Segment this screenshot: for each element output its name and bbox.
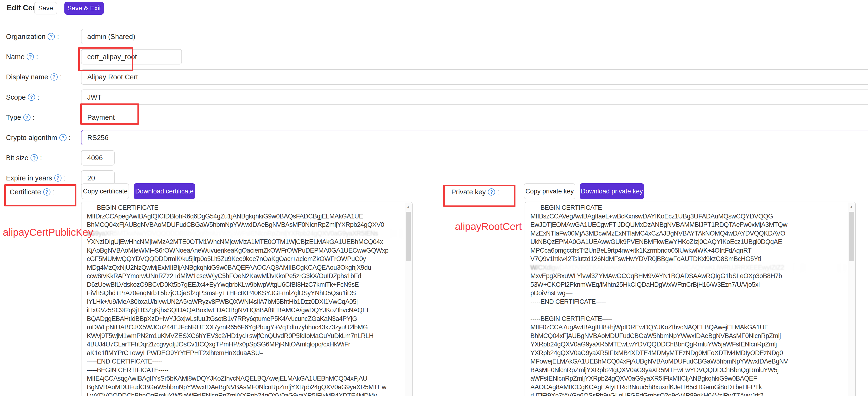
- cert-line: V7Q9v1htkv42Tslutzd126NdMFswHwYDVR0jBBgw…: [530, 255, 847, 263]
- certificate-label-text: Certificate: [10, 188, 41, 196]
- cert-line: BhMCQ04xFjAUBgNVBAoMDUFudCBGaW5hbmNpYWwx…: [530, 332, 847, 340]
- help-icon[interactable]: ?: [31, 154, 38, 162]
- cert-line: IYLHk+/u9/MeA80bxaU/bIvwUN2A5/aWRyzv8FWB…: [87, 298, 403, 306]
- form-row-crypto-algorithm: Crypto algorithm ? : RS256: [0, 130, 868, 145]
- scrollbar-thumb[interactable]: [406, 212, 411, 261]
- label-colon: :: [33, 114, 35, 121]
- organization-input[interactable]: admin (Shared): [81, 29, 868, 44]
- crypto-algorithm-input[interactable]: RS256: [81, 130, 868, 145]
- download-private-key-button[interactable]: Download private key: [580, 183, 644, 199]
- cert-line: -----END CERTIFICATE-----: [530, 298, 847, 306]
- cert-line: FiVhSQhd+PrAz0enqNrbT5b7jCOjeSf2qP3msFy+…: [87, 289, 403, 298]
- save-button[interactable]: Save: [34, 2, 57, 15]
- cert-line: pDoiVhsLwg==: [530, 289, 847, 298]
- bit-size-input[interactable]: 4096: [81, 150, 115, 166]
- bit-size-label-text: Bit size: [6, 154, 28, 162]
- form-row-type: Type ? : Payment: [0, 110, 868, 125]
- scroll-up-icon[interactable]: ▲: [848, 203, 855, 211]
- cert-line: -----BEGIN CERTIFICATE-----: [530, 315, 847, 323]
- certificate-textarea[interactable]: -----BEGIN CERTIFICATE-----MIIDrzCCApegA…: [81, 202, 413, 396]
- save-and-exit-button[interactable]: Save & Exit: [64, 2, 104, 15]
- cert-line: aK1e1fIMYPrC+owyLPWDEO9YrYtEPHT2xlhtemHn…: [87, 349, 403, 358]
- organization-label-text: Organization: [6, 33, 45, 41]
- copy-certificate-button[interactable]: Copy certificate: [82, 183, 129, 199]
- help-icon[interactable]: ?: [28, 93, 35, 101]
- cert-line: 53W+CKOPl2PknmWEq/lMhtn25HkCIQDaHDgWxWFt…: [530, 281, 847, 289]
- download-certificate-button[interactable]: Download certificate: [134, 183, 195, 199]
- certificate-scrollbar[interactable]: ▲: [405, 203, 412, 396]
- expire-years-label-text: Expire in years: [6, 174, 52, 182]
- form-row-organization: Organization ? : admin (Shared): [0, 29, 868, 44]
- cert-line: BgNVBAoMDUFudCBGaW5hbmNpYWwxIDAeBgNVBAsM…: [87, 383, 403, 392]
- cert-line: EwJDTjEOMAwGA1UECgwFTlJDQUMxDzANBgNVBAMM…: [530, 221, 847, 229]
- cert-line: MPCca6pmgcchsTf2UnBeL9rtp4nw+itk1Kzrmbnq…: [530, 246, 847, 255]
- help-icon[interactable]: ?: [51, 74, 58, 81]
- help-icon[interactable]: ?: [59, 134, 67, 141]
- label-colon: :: [37, 93, 39, 101]
- certificate-label: Certificate ? :: [10, 184, 55, 200]
- help-icon[interactable]: ?: [54, 174, 62, 181]
- private-key-textarea[interactable]: -----BEGIN CERTIFICATE-----MIIBszCCAVegA…: [525, 202, 856, 396]
- display-name-input[interactable]: Alipay Root Cert: [81, 69, 868, 85]
- cert-line: 4BUJ4U7CLarTFhDqrZlzcgvyqtjJOsCv1ICQxgTP…: [87, 340, 403, 349]
- cert-line: D6zUewBfLVdskozO9BCvD0Kt5b7gEEJx4+EyYwqb…: [87, 281, 403, 289]
- cert-line: MIIBszCCAVegAwIBAgIIaeL+wBcKxnswDAYIKoEc…: [530, 212, 847, 221]
- cert-line: ccw8rvKkRAPYmorwUNnRZz2+dMiW1cscW/jyC5hF…: [87, 272, 403, 281]
- cert-line: MIIF0zCCA7ugAwIBAgIIH8+hjWpIDREwDQYJKoZI…: [530, 323, 847, 332]
- help-icon[interactable]: ?: [488, 188, 495, 196]
- scope-label-text: Scope: [6, 93, 26, 101]
- cert-line: BQADggEBAHtIdBBpXzD+IwYJGxjwLsfuuJtGsotB…: [87, 315, 403, 323]
- expire-years-label: Expire in years ? :: [6, 170, 66, 186]
- display-name-label: Display name ? :: [6, 69, 62, 85]
- label-colon: :: [36, 53, 38, 61]
- cert-line: YXNzIDIgUjEwHhcNMjIwMzA2MTE0OTM1WhcNMjcw…: [87, 238, 403, 246]
- cert-line: YXRpb24gQXV0aG9yaXR5MTEwLwYDVQQDDChBbnQg…: [530, 340, 847, 349]
- annotation-alipay-root-cert: alipayRootCert: [455, 221, 522, 232]
- scope-input[interactable]: JWT: [81, 89, 868, 105]
- cert-line: rUTlFt9Xn7fAVGo6QSsPb9uGLpUFGEdGmbsQ2q9c…: [530, 391, 847, 396]
- label-colon: :: [60, 73, 62, 81]
- help-icon[interactable]: ?: [43, 188, 51, 196]
- certificate-content: -----BEGIN CERTIFICATE-----MIIDrzCCApegA…: [87, 203, 403, 396]
- form-row-expire-years: Expire in years ? : 20: [0, 170, 868, 186]
- cert-line: UkNBQzEPMA0GA1UEAwwGUk9PVENBMFkwEwYHKoZI…: [530, 238, 847, 246]
- copy-private-key-button[interactable]: Copy private key: [524, 183, 575, 199]
- help-icon[interactable]: ?: [48, 33, 55, 40]
- private-key-label: Private key ? :: [451, 184, 499, 200]
- annotation-alipay-cert-public-key: alipayCertPublicKey: [3, 227, 93, 238]
- name-input[interactable]: cert_alipay_root: [81, 49, 182, 64]
- cert-line: MFowejELMAkGA1UEBhMCQ04xFjAUBgNVBAoMDUFu…: [530, 357, 847, 366]
- scroll-up-icon[interactable]: ▲: [405, 203, 412, 211]
- cert-line: aG9yaXR5MTkwNwYDVQQDDDBBbnQgRmluYW5jaWFs…: [87, 229, 403, 238]
- crypto-algorithm-label: Crypto algorithm ? :: [6, 130, 71, 145]
- label-colon: :: [497, 188, 499, 196]
- page-title: Edit Cert: [7, 0, 38, 16]
- cert-line: KWvj9T5wjM1wmPN2m1uKMVZESXC6hYEV3c2/HD1y…: [87, 332, 403, 340]
- cert-line: [530, 306, 847, 315]
- cert-line: BAsMF0NlcnRpZmljYXRpb24gQXV0aG9yaXR5MTEw…: [530, 366, 847, 375]
- bit-size-label: Bit size ? :: [6, 150, 42, 166]
- label-colon: :: [53, 188, 55, 196]
- display-name-label-text: Display name: [6, 73, 48, 81]
- help-icon[interactable]: ?: [27, 53, 34, 60]
- cert-line: MxvEpgXBxuWLYlvwl3ZYMAwGCCqBHM9VAYN1BQAD…: [530, 272, 847, 281]
- cert-line: YXRpb24gQXV0aG9yaXR5IFIxMB4XDTE4MDMyMTEz…: [530, 349, 847, 358]
- cert-line: KjAoBgNVBAoMIeWMl+S6rOWNoeaAneWuvuenkeaK…: [87, 246, 403, 255]
- help-icon[interactable]: ?: [23, 114, 31, 121]
- label-colon: :: [64, 174, 66, 182]
- crypto-algorithm-label-text: Crypto algorithm: [6, 134, 57, 142]
- cert-line: -----BEGIN CERTIFICATE-----: [87, 203, 403, 212]
- cert-line: -----BEGIN CERTIFICATE-----: [87, 366, 403, 375]
- form-row-scope: Scope ? : JWT: [0, 89, 868, 105]
- scrollbar-thumb[interactable]: [849, 212, 854, 261]
- cert-line: MIIE4jCCAsqgAwIBAgIIYsSr5bKAMl8wDQYJKoZI…: [87, 374, 403, 383]
- private-key-scrollbar[interactable]: ▲: [848, 203, 855, 396]
- cert-line: MIIDrzCCApegAwIBAgIQICIDBlohR6q6DgG54gZu…: [87, 212, 403, 221]
- name-label-text: Name: [6, 53, 25, 61]
- cert-line: -----BEGIN CERTIFICATE-----: [530, 203, 847, 212]
- cert-line: mDWLpNtUABOJ/X5WJCu244EJFcNRUEXX7yrnR656…: [87, 323, 403, 332]
- type-input[interactable]: Payment: [81, 110, 868, 125]
- cert-line: cGF5MUMwQQYDVQQDDDrmlK/ku5jlrp0o5Lit5Zu9…: [87, 255, 403, 263]
- label-colon: :: [40, 154, 42, 162]
- name-label: Name ? :: [6, 49, 38, 64]
